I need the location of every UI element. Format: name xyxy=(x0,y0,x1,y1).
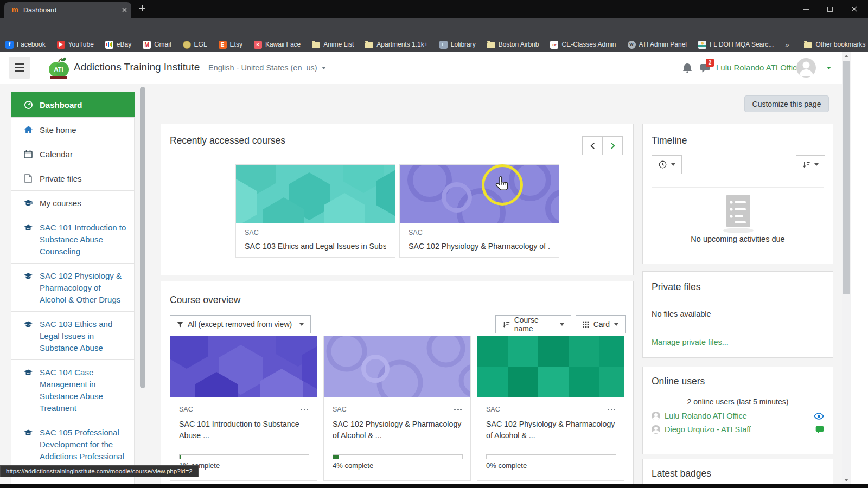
minimize-button[interactable] xyxy=(794,0,819,18)
online-users-title: Online users xyxy=(652,376,705,387)
page-scrollbar[interactable] xyxy=(842,52,851,484)
tab-close-icon[interactable] xyxy=(122,8,127,12)
scroll-down-icon[interactable] xyxy=(844,479,848,481)
progress-label: 0% complete xyxy=(486,461,527,470)
course-title[interactable]: SAC 102 Physiology & Pharmacology of Alc… xyxy=(333,419,462,441)
course-menu-kebab-icon[interactable] xyxy=(301,409,308,410)
sidebar-item-course-sac104[interactable]: SAC 104 Case Management in Substance Abu… xyxy=(11,359,135,420)
bookmark-ebay[interactable]: eBay xyxy=(105,41,131,49)
bookmark-ce-classes[interactable]: ceCE-Classes Admin xyxy=(550,41,616,49)
site-logo[interactable]: ATI xyxy=(48,56,69,80)
chevron-down-icon xyxy=(671,163,675,166)
restore-button[interactable] xyxy=(818,0,843,18)
bookmark-etsy[interactable]: EEtsy xyxy=(219,41,242,49)
site-header: ATI Addictions Training Institute Englis… xyxy=(0,52,842,84)
sidebar-item-course-sac103[interactable]: SAC 103 Ethics and Legal Issues in Subst… xyxy=(11,311,135,360)
course-menu-kebab-icon[interactable] xyxy=(608,409,615,410)
bookmark-ati-admin[interactable]: WATI Admin Panel xyxy=(628,41,687,49)
tachometer-icon xyxy=(23,100,33,110)
new-tab-button[interactable] xyxy=(139,5,148,14)
overview-course-card-sac102a[interactable]: SAC SAC 102 Physiology & Pharmacology of… xyxy=(323,336,471,481)
course-view-dropdown[interactable]: Card xyxy=(576,315,626,333)
facebook-icon: f xyxy=(5,41,14,49)
course-category: SAC xyxy=(409,229,550,236)
user-menu-caret-icon[interactable] xyxy=(827,67,831,69)
user-avatar[interactable] xyxy=(796,58,816,78)
youtube-icon xyxy=(57,41,65,49)
timeline-day-filter-button[interactable] xyxy=(652,155,682,174)
sidebar-scrollbar-thumb[interactable] xyxy=(140,87,145,388)
course-title[interactable]: SAC 101 Introduction to Substance Abuse … xyxy=(179,419,308,441)
course-title[interactable]: SAC 102 Physiology & Pharmacology of Alc… xyxy=(486,419,615,441)
overview-course-card-sac102b[interactable]: SAC SAC 102 Physiology & Pharmacology of… xyxy=(477,336,624,481)
site-name[interactable]: Addictions Training Institute xyxy=(74,61,200,73)
bookmark-anime-list[interactable]: Anime List xyxy=(312,41,354,48)
file-icon xyxy=(23,174,33,183)
chat-bubble-icon[interactable] xyxy=(815,426,824,434)
clock-icon xyxy=(659,160,667,169)
notifications-bell-icon[interactable] xyxy=(682,63,692,73)
chevron-down-icon xyxy=(322,67,326,69)
scroll-up-icon[interactable] xyxy=(844,55,848,57)
eye-icon[interactable] xyxy=(814,413,824,420)
moodle-page: ATI Addictions Training Institute Englis… xyxy=(0,52,868,484)
online-user-name[interactable]: Lulu Rolando ATI Office xyxy=(665,412,747,420)
timeline-sort-button[interactable] xyxy=(796,155,825,174)
recent-course-card-sac102[interactable]: SAC SAC 102 Physiology & Pharmacology of… xyxy=(399,164,559,258)
sidebar-item-course-sac102[interactable]: SAC 102 Physiology & Pharmacology of Alc… xyxy=(11,263,135,312)
sidebar-item-course-sac101[interactable]: SAC 101 Introduction to Substance Abuse … xyxy=(11,215,135,264)
bookmark-gmail[interactable]: MGmail xyxy=(143,41,171,49)
chevron-right-icon xyxy=(610,142,615,150)
course-overview-title: Course overview xyxy=(170,294,240,306)
sidebar-item-my-courses[interactable]: My courses xyxy=(11,190,135,215)
browser-tab[interactable]: m Dashboard xyxy=(4,2,131,18)
home-icon xyxy=(23,125,33,134)
bookmarks-bar: fFacebook YouTube eBay MGmail EGL EEtsy … xyxy=(0,37,868,52)
chevron-left-icon xyxy=(590,142,595,150)
bookmark-egl[interactable]: EGL xyxy=(183,41,207,49)
course-category: SAC xyxy=(486,406,500,413)
course-filter-dropdown[interactable]: All (except removed from view) xyxy=(170,315,311,333)
ce-classes-icon: ce xyxy=(550,41,558,49)
timeline-card: Timeline No upcoming activitie xyxy=(642,124,833,264)
overview-course-card-sac101[interactable]: SAC SAC 101 Introduction to Substance Ab… xyxy=(170,336,317,481)
carousel-prev-button[interactable] xyxy=(582,136,603,155)
sidebar-item-dashboard[interactable]: Dashboard xyxy=(11,92,135,118)
bookmark-fl-doh[interactable]: FL DOH MQA Searc... xyxy=(698,41,774,49)
sidebar-item-calendar[interactable]: Calendar xyxy=(11,142,135,166)
graduation-cap-icon xyxy=(23,224,33,232)
sort-amount-icon xyxy=(502,321,510,328)
user-menu-name[interactable]: Lulu Rolando ATI Office xyxy=(716,63,801,72)
hamburger-menu-button[interactable] xyxy=(9,57,30,79)
bookmarks-overflow-chevron[interactable]: » xyxy=(785,41,789,49)
graduation-cap-icon xyxy=(23,272,33,280)
bookmark-youtube[interactable]: YouTube xyxy=(57,41,94,49)
recent-course-card-sac103[interactable]: SAC SAC 103 Ethics and Legal Issues in S… xyxy=(235,164,395,258)
course-menu-kebab-icon[interactable] xyxy=(454,409,462,410)
bookmark-lolibrary[interactable]: LLolibrary xyxy=(439,41,476,49)
page-scrollbar-thumb[interactable] xyxy=(843,61,850,294)
bookmark-kawaii-face[interactable]: KKawaii Face xyxy=(254,41,301,49)
sidebar-item-site-home[interactable]: Site home xyxy=(11,117,135,142)
other-bookmarks[interactable]: Other bookmarks xyxy=(804,41,865,48)
bookmark-facebook[interactable]: fFacebook xyxy=(5,41,46,49)
recently-accessed-card: Recently accessed courses xyxy=(161,124,634,275)
bookmark-boston-airbnb[interactable]: Boston Airbnb xyxy=(487,41,539,48)
manage-private-files-link[interactable]: Manage private files... xyxy=(652,338,729,346)
online-user-name[interactable]: Diego Urquizo - ATI Staff xyxy=(665,425,751,434)
course-title[interactable]: SAC 102 Physiology & Pharmacology of ... xyxy=(409,242,550,251)
course-sort-dropdown[interactable]: Course name xyxy=(495,315,571,333)
online-user-row: Lulu Rolando ATI Office xyxy=(652,409,824,422)
bookmark-apartments[interactable]: Apartments 1.1k+ xyxy=(365,41,427,48)
close-button[interactable] xyxy=(841,0,866,18)
language-dropdown[interactable]: English - United States (en_us) xyxy=(208,63,326,72)
course-title[interactable]: SAC 103 Ethics and Legal Issues in Subst… xyxy=(245,242,386,251)
folder-icon xyxy=(487,42,495,48)
carousel-next-button[interactable] xyxy=(602,136,623,155)
screen: m Dashboard addictionstrainin xyxy=(0,0,868,488)
status-url-tooltip: https://addictionstraininginstitute.com/… xyxy=(0,465,199,477)
sort-amount-icon xyxy=(802,161,810,168)
customize-page-button[interactable]: Customize this page xyxy=(744,95,829,112)
sidebar-item-private-files[interactable]: Private files xyxy=(11,166,135,191)
calendar-icon xyxy=(23,150,33,158)
